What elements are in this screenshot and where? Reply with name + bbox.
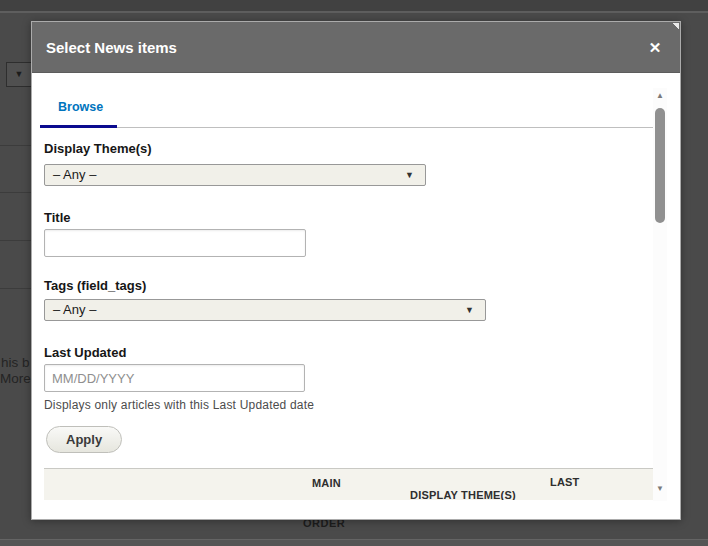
background-text-fragment: More: [0, 371, 31, 386]
display-theme-label: Display Theme(s): [44, 141, 152, 156]
screen: ▼ his b More ORDER Select News items ✕ B…: [0, 0, 708, 546]
last-updated-label: Last Updated: [44, 345, 126, 360]
dialog-scrollbar[interactable]: ▲ ▼: [653, 88, 667, 501]
tabs-divider: [117, 127, 653, 128]
tags-select[interactable]: – Any – ▼: [44, 299, 486, 321]
column-header-display-themes: DISPLAY THEME(S): [410, 489, 516, 500]
display-theme-select[interactable]: – Any – ▼: [44, 164, 426, 186]
chevron-down-icon: ▼: [15, 69, 24, 79]
dialog-titlebar[interactable]: Select News items ✕: [32, 22, 680, 73]
scrollbar-thumb[interactable]: [655, 108, 665, 223]
background-bottom-divider: [0, 539, 708, 546]
display-theme-selected-value: – Any –: [53, 165, 96, 185]
title-input[interactable]: [44, 229, 306, 257]
last-updated-input[interactable]: [44, 364, 305, 392]
tab-browse[interactable]: Browse: [54, 98, 107, 116]
background-row-divider: [0, 240, 31, 241]
dialog-title: Select News items: [46, 22, 177, 73]
last-updated-description: Displays only articles with this Last Up…: [44, 398, 314, 412]
scroll-down-icon[interactable]: ▼: [653, 484, 667, 496]
background-toolbar-divider: [0, 11, 708, 13]
background-toolbar-band: [0, 0, 708, 11]
background-dropdown: ▼: [6, 62, 32, 87]
active-tab-underline: [40, 125, 117, 128]
column-header-main: MAIN: [312, 477, 341, 489]
resize-handle-icon: [672, 23, 679, 30]
background-text-fragment: his b: [1, 355, 30, 370]
close-button[interactable]: ✕: [645, 38, 665, 58]
select-news-items-dialog: Select News items ✕ Browse Display Theme…: [31, 21, 681, 520]
title-label: Title: [44, 210, 71, 225]
column-header-last: LAST: [550, 476, 580, 488]
background-row-divider: [0, 145, 31, 146]
close-icon: ✕: [649, 39, 662, 56]
background-row-divider: [0, 192, 31, 193]
tags-label: Tags (field_tags): [44, 278, 146, 293]
background-row-divider: [0, 288, 31, 289]
chevron-down-icon: ▼: [405, 165, 414, 185]
apply-button[interactable]: Apply: [46, 426, 122, 453]
scroll-up-icon[interactable]: ▲: [653, 91, 667, 103]
chevron-down-icon: ▼: [465, 300, 474, 320]
tags-selected-value: – Any –: [53, 300, 96, 320]
results-table-header-row: MAIN DISPLAY THEME(S) LAST: [44, 469, 653, 500]
